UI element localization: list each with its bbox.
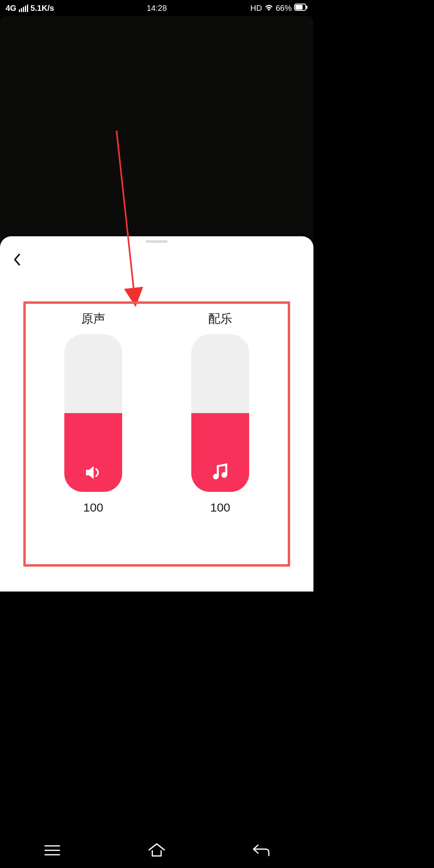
status-right: HD 66% [250, 4, 308, 13]
music-note-icon [211, 463, 229, 483]
volume-controls-row: 原声 100 配乐 [0, 311, 313, 514]
volume-sheet: 原声 100 配乐 [0, 236, 313, 592]
svg-rect-2 [306, 6, 307, 9]
battery-pct: 66% [276, 4, 292, 13]
music-slider[interactable] [191, 334, 249, 492]
clock: 14:28 [147, 4, 167, 13]
sheet-drag-handle[interactable] [146, 240, 168, 243]
original-sound-control: 原声 100 [64, 311, 122, 514]
music-value: 100 [210, 501, 230, 514]
net-speed: 5.1K/s [31, 4, 54, 13]
original-sound-label: 原声 [81, 311, 105, 327]
status-left: 4G 5.1K/s [6, 4, 54, 13]
wifi-icon [264, 4, 273, 13]
svg-point-3 [213, 474, 219, 479]
battery-icon [294, 4, 308, 13]
music-control: 配乐 100 [191, 311, 249, 514]
signal-icon [19, 4, 28, 12]
svg-point-4 [221, 472, 227, 478]
original-sound-slider[interactable] [64, 334, 122, 492]
app-area: 原声 100 配乐 [0, 16, 313, 592]
music-label: 配乐 [208, 311, 232, 327]
speaker-icon [84, 464, 103, 483]
back-button[interactable] [9, 252, 25, 268]
video-preview-area [0, 16, 313, 253]
chevron-left-icon [13, 253, 21, 266]
network-label: 4G [6, 4, 16, 13]
hd-label: HD [250, 4, 262, 13]
original-sound-value: 100 [83, 501, 103, 514]
status-bar: 4G 5.1K/s 14:28 HD 66% [0, 0, 313, 16]
svg-rect-1 [295, 5, 303, 10]
